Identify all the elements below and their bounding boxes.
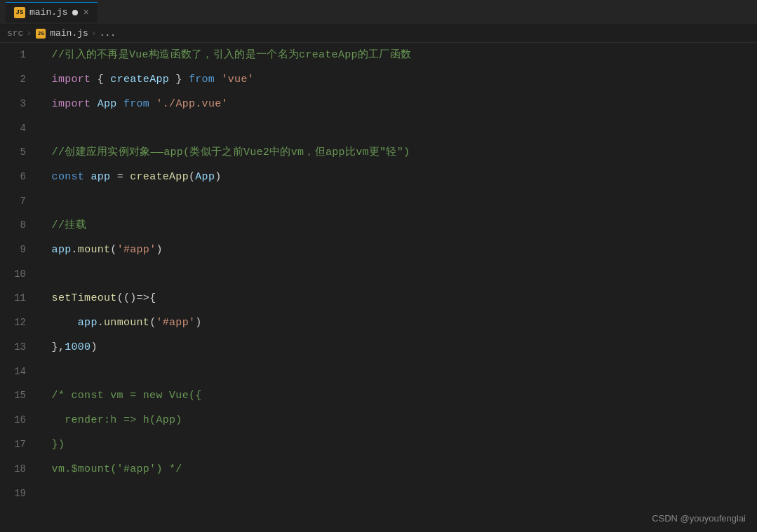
- code-line-17: 17 }): [0, 432, 757, 457]
- code-line-10: 10: [0, 262, 757, 286]
- code-line-12: 12 app.unmount('#app'): [0, 311, 757, 335]
- line-code-13: },1000): [39, 336, 757, 360]
- code-line-15: 15 /* const vm = new Vue({: [0, 383, 757, 408]
- line-num-1: 1: [0, 43, 39, 67]
- line-num-13: 13: [0, 335, 39, 359]
- line-num-14: 14: [0, 360, 39, 383]
- line-num-10: 10: [0, 262, 39, 286]
- code-line-1: 1 //引入的不再是Vue构造函数了，引入的是一个名为createApp的工厂函…: [0, 43, 757, 67]
- code-line-13: 13 },1000): [0, 335, 757, 360]
- line-code-8: //挂载: [39, 214, 757, 238]
- line-num-6: 6: [0, 165, 39, 189]
- line-num-12: 12: [0, 311, 39, 334]
- line-num-5: 5: [0, 140, 39, 164]
- code-line-5: 5 //创建应用实例对象——app(类似于之前Vue2中的vm，但app比vm更…: [0, 140, 757, 165]
- tab-close-button[interactable]: ×: [83, 8, 89, 18]
- line-num-3: 3: [0, 92, 39, 116]
- line-code-17: }): [39, 433, 757, 457]
- js-file-icon: JS: [14, 7, 25, 18]
- line-code-3: import App from './App.vue': [39, 93, 757, 116]
- line-code-6: const app = createApp(App): [39, 165, 757, 189]
- line-num-17: 17: [0, 432, 39, 456]
- line-num-8: 8: [0, 213, 39, 237]
- code-line-18: 18 vm.$mount('#app') */: [0, 457, 757, 482]
- line-num-18: 18: [0, 457, 39, 481]
- tab-filename: main.js: [29, 7, 68, 18]
- code-line-2: 2 import { createApp } from 'vue': [0, 67, 757, 92]
- line-code-18: vm.$mount('#app') */: [39, 458, 757, 482]
- code-line-9: 9 app.mount('#app'): [0, 238, 757, 262]
- code-line-6: 6 const app = createApp(App): [0, 165, 757, 189]
- editor-tab[interactable]: JS main.js ×: [6, 2, 98, 22]
- breadcrumb-filename: main.js: [50, 28, 88, 39]
- code-lines: 1 //引入的不再是Vue构造函数了，引入的是一个名为createApp的工厂函…: [0, 43, 757, 505]
- breadcrumb-ellipsis: ...: [100, 28, 116, 39]
- line-num-16: 16: [0, 408, 39, 432]
- code-line-19: 19: [0, 482, 757, 505]
- line-code-12: app.unmount('#app'): [39, 311, 757, 335]
- code-line-3: 3 import App from './App.vue': [0, 92, 757, 116]
- code-line-16: 16 render:h => h(App): [0, 408, 757, 432]
- breadcrumb-sep-1: ›: [26, 28, 32, 39]
- code-line-8: 8 //挂载: [0, 213, 757, 238]
- breadcrumb-src: src: [7, 28, 23, 39]
- line-code-9: app.mount('#app'): [39, 238, 757, 262]
- title-bar: JS main.js ×: [0, 0, 757, 25]
- line-code-5: //创建应用实例对象——app(类似于之前Vue2中的vm，但app比vm更"轻…: [39, 141, 757, 165]
- line-code-16: render:h => h(App): [39, 409, 757, 432]
- breadcrumb-sep-2: ›: [91, 28, 97, 39]
- line-code-15: /* const vm = new Vue({: [39, 384, 757, 408]
- line-num-9: 9: [0, 238, 39, 261]
- code-line-7: 7: [0, 189, 757, 213]
- line-code-1: //引入的不再是Vue构造函数了，引入的是一个名为createApp的工厂函数: [39, 43, 757, 67]
- watermark: CSDN @youyoufenglai: [652, 513, 746, 524]
- code-line-11: 11 setTimeout(()=>{: [0, 286, 757, 311]
- tab-modified-dot: [72, 10, 78, 15]
- line-num-15: 15: [0, 383, 39, 407]
- breadcrumb-js-icon: JS: [36, 29, 46, 39]
- code-line-4: 4: [0, 116, 757, 140]
- line-num-2: 2: [0, 67, 39, 91]
- line-code-11: setTimeout(()=>{: [39, 287, 757, 311]
- line-code-2: import { createApp } from 'vue': [39, 68, 757, 92]
- line-num-7: 7: [0, 189, 39, 213]
- line-num-4: 4: [0, 116, 39, 140]
- line-num-11: 11: [0, 286, 39, 310]
- breadcrumb: src › JS main.js › ...: [0, 25, 757, 43]
- line-num-19: 19: [0, 482, 39, 505]
- code-line-14: 14: [0, 360, 757, 383]
- code-editor: 1 //引入的不再是Vue构造函数了，引入的是一个名为createApp的工厂函…: [0, 43, 757, 532]
